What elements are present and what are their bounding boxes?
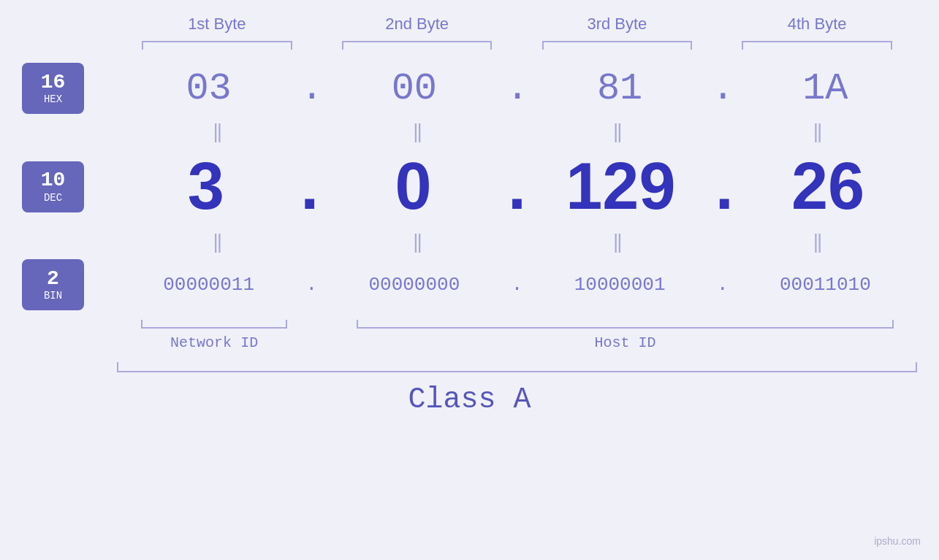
dot-spacer [311, 320, 333, 329]
dec-dot2: . [503, 149, 532, 224]
eq1-1: || [117, 120, 317, 143]
bin-dot2: . [506, 274, 528, 296]
bin-row: 2 BIN 00000011 . 00000000 . 10000001 . 0… [22, 259, 917, 310]
dec-byte1: 3 [117, 149, 295, 224]
id-labels: Network ID Host ID [117, 334, 917, 351]
bracket-cell-1 [117, 41, 317, 50]
bin-byte1: 00000011 [117, 274, 300, 296]
bracket-top-3 [542, 41, 692, 50]
hex-byte4: 1A [734, 67, 917, 110]
bracket-top-4 [742, 41, 892, 50]
hex-text: HEX [44, 93, 62, 105]
hex-label-box: 16 HEX [22, 63, 84, 114]
bin-label-box: 2 BIN [22, 259, 84, 310]
byte1-header: 1st Byte [117, 15, 317, 34]
eq2-2: || [317, 230, 517, 253]
bin-cells: 00000011 . 00000000 . 10000001 . 0001101… [117, 274, 917, 296]
dec-number: 10 [41, 169, 66, 192]
network-bracket-wrapper [117, 320, 311, 329]
hex-cells: 03 . 00 . 81 . 1A [117, 67, 917, 110]
bracket-cell-2 [317, 41, 517, 50]
byte3-header: 3rd Byte [517, 15, 718, 34]
bin-byte3: 10000001 [528, 274, 712, 296]
host-id-label: Host ID [333, 334, 917, 351]
class-label-row: Class A [22, 383, 917, 416]
dec-row: 10 DEC 3 . 0 . 129 . 26 [22, 149, 917, 224]
byte4-header: 4th Byte [717, 15, 917, 34]
host-bracket [357, 320, 894, 329]
hex-row: 16 HEX 03 . 00 . 81 . 1A [22, 63, 917, 114]
hex-byte2: 00 [322, 67, 506, 110]
watermark: ipshu.com [874, 535, 921, 547]
bin-dot3: . [712, 274, 734, 296]
hex-byte1: 03 [117, 67, 300, 110]
bin-dot1: . [300, 274, 322, 296]
dec-byte2: 0 [324, 149, 503, 224]
bottom-section: Network ID Host ID [22, 320, 917, 351]
bin-byte4: 00011010 [734, 274, 917, 296]
hex-byte3: 81 [528, 67, 712, 110]
main-container: 1st Byte 2nd Byte 3rd Byte 4th Byte 16 H… [0, 0, 939, 560]
eq1-4: || [717, 120, 917, 143]
bracket-cell-4 [717, 41, 917, 50]
eq2-1: || [117, 230, 317, 253]
eq1-2: || [317, 120, 517, 143]
eq1-3: || [517, 120, 718, 143]
bin-text: BIN [44, 290, 62, 302]
bracket-top-1 [142, 41, 292, 50]
dec-cells: 3 . 0 . 129 . 26 [117, 149, 917, 224]
network-bracket [141, 320, 287, 329]
equals-row-1: || || || || [22, 120, 917, 143]
eq2-4: || [717, 230, 917, 253]
equals-row-2: || || || || [22, 230, 917, 253]
bracket-cell-3 [517, 41, 718, 50]
eq2-3: || [517, 230, 718, 253]
dec-text: DEC [44, 192, 62, 204]
dec-byte4: 26 [739, 149, 917, 224]
bin-number: 2 [47, 268, 59, 291]
byte-headers: 1st Byte 2nd Byte 3rd Byte 4th Byte [22, 15, 917, 34]
network-id-label: Network ID [117, 334, 311, 351]
hex-dot2: . [506, 67, 528, 110]
hex-dot1: . [300, 67, 322, 110]
dec-label-box: 10 DEC [22, 161, 84, 212]
class-label: Class A [408, 383, 531, 416]
bottom-brackets [117, 320, 917, 329]
dec-dot1: . [295, 149, 324, 224]
bin-byte2: 00000000 [322, 274, 506, 296]
top-bracket-row [22, 41, 917, 50]
dec-byte3: 129 [532, 149, 710, 224]
hex-dot3: . [712, 67, 734, 110]
host-bracket-wrapper [333, 320, 917, 329]
byte2-header: 2nd Byte [317, 15, 517, 34]
big-bracket-row [22, 362, 917, 372]
bracket-top-2 [342, 41, 492, 50]
big-bracket [117, 362, 917, 372]
hex-number: 16 [41, 72, 66, 94]
dec-dot3: . [710, 149, 739, 224]
